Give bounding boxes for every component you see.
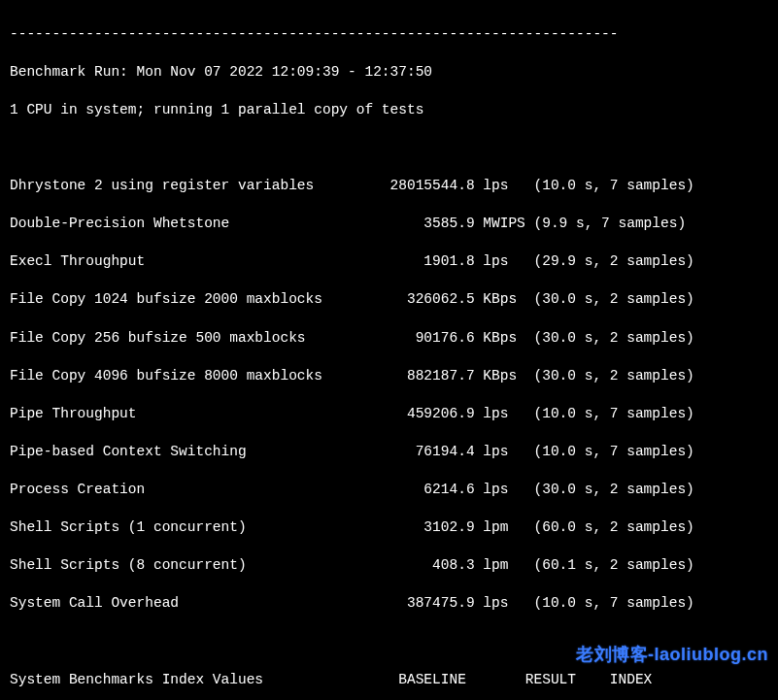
row-run-11: System Call Overhead 387475.9 lps (10.0 …	[10, 594, 768, 614]
row-idx-header: System Benchmarks Index Values BASELINE …	[10, 671, 768, 690]
row-run-10: Shell Scripts (8 concurrent) 408.3 lpm (…	[10, 556, 768, 576]
watermark: 老刘博客-laoliublog.cn	[576, 643, 768, 666]
row-run-4: File Copy 256 bufsize 500 maxblocks 9017…	[10, 329, 768, 349]
row-run-7: Pipe-based Context Switching 76194.4 lps…	[10, 443, 768, 462]
row-run-5: File Copy 4096 bufsize 8000 maxblocks 88…	[10, 367, 768, 386]
blank	[10, 139, 768, 158]
row-run-8: Process Creation 6214.6 lps (30.0 s, 2 s…	[10, 481, 768, 500]
header-cpu: 1 CPU in system; running 1 parallel copy…	[10, 101, 768, 120]
row-run-1: Double-Precision Whetstone 3585.9 MWIPS …	[10, 215, 768, 234]
terminal-output: ----------------------------------------…	[0, 0, 778, 700]
row-run-2: Execl Throughput 1901.8 lps (29.9 s, 2 s…	[10, 252, 768, 272]
row-run-3: File Copy 1024 bufsize 2000 maxblocks 32…	[10, 290, 768, 310]
row-run-9: Shell Scripts (1 concurrent) 3102.9 lpm …	[10, 518, 768, 538]
header-run: Benchmark Run: Mon Nov 07 2022 12:09:39 …	[10, 63, 768, 83]
dashline: ----------------------------------------…	[10, 25, 768, 45]
row-run-6: Pipe Throughput 459206.9 lps (10.0 s, 7 …	[10, 405, 768, 424]
row-run-0: Dhrystone 2 using register variables 280…	[10, 177, 768, 196]
